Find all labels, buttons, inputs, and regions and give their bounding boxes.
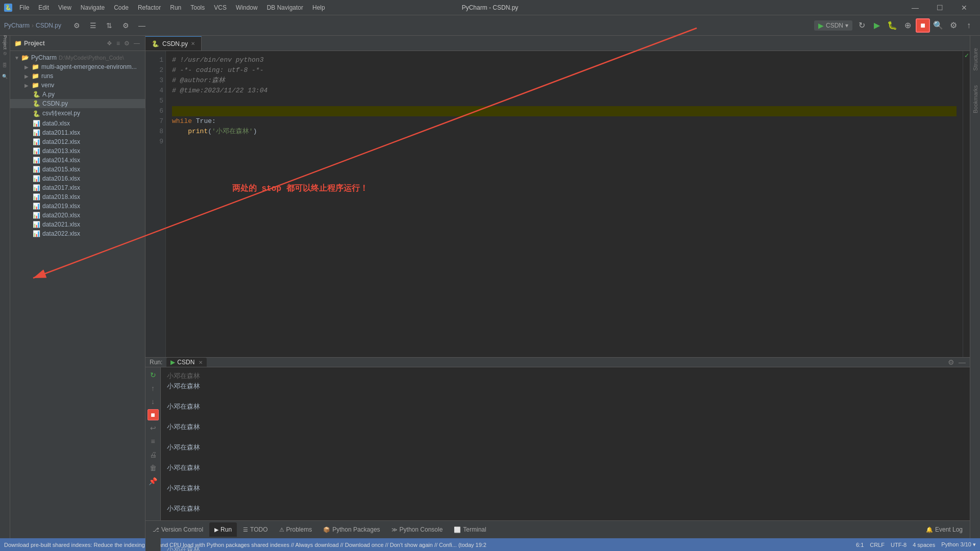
tree-item[interactable]: 📊data2021.xlsx bbox=[10, 220, 145, 229]
run-delete-icon[interactable]: 🗑 bbox=[148, 462, 159, 473]
reload-button[interactable]: ↻ bbox=[854, 18, 869, 33]
line-numbers: 12345 6789 bbox=[145, 51, 166, 357]
bottom-tab-version-control[interactable]: ⎇Version Control bbox=[148, 522, 208, 537]
sidebar-commit-icon[interactable]: ⊘ bbox=[1, 49, 10, 58]
debug-button[interactable]: 🐛 bbox=[885, 18, 899, 33]
tree-item[interactable]: 📊data2016.xlsx bbox=[10, 174, 145, 183]
run-rerun-icon[interactable]: ↩ bbox=[148, 422, 159, 434]
run-tab-close-icon[interactable]: ✕ bbox=[199, 360, 203, 365]
toolbar-sort-icon[interactable]: ⇅ bbox=[102, 18, 116, 33]
run-pin-icon[interactable]: 📌 bbox=[148, 475, 159, 487]
run-print-icon[interactable]: 🖨 bbox=[148, 449, 159, 460]
tree-item[interactable]: ▶📁runs bbox=[10, 71, 145, 81]
bottom-tab-terminal[interactable]: ⬜Terminal bbox=[449, 522, 491, 537]
run-panel-settings-icon[interactable]: ⚙ bbox=[948, 358, 954, 366]
run-config-name: CSDN bbox=[826, 22, 843, 29]
run-up-icon[interactable]: ↑ bbox=[148, 383, 159, 394]
settings-button[interactable]: ⚙ bbox=[946, 18, 961, 33]
project-close-icon[interactable]: — bbox=[133, 39, 141, 48]
tree-item[interactable]: 📊data2011.xlsx bbox=[10, 128, 145, 137]
sidebar-project-icon[interactable]: Project bbox=[1, 38, 10, 47]
menu-run[interactable]: Run bbox=[166, 3, 185, 12]
tree-root[interactable]: ▼ 📂 PyCharm D:\MyCode\Python_Code\ bbox=[10, 53, 145, 62]
tree-item[interactable]: 📊data2017.xlsx bbox=[10, 183, 145, 192]
tree-item[interactable]: 🐍csv转excel.py bbox=[10, 108, 145, 119]
menu-refactor[interactable]: Refactor bbox=[134, 3, 165, 12]
menu-view[interactable]: View bbox=[54, 3, 76, 12]
stop-button-toolbar[interactable]: ■ bbox=[916, 18, 930, 33]
minimize-button[interactable]: — bbox=[903, 0, 927, 15]
tree-item[interactable]: 🐍CSDN.py bbox=[10, 99, 145, 108]
tab-close-icon[interactable]: ✕ bbox=[191, 41, 195, 46]
project-sort-icon[interactable]: ⚙ bbox=[123, 39, 131, 48]
tree-item[interactable]: ▶📁multi-agent-emergence-environm... bbox=[10, 62, 145, 71]
menu-help[interactable]: Help bbox=[308, 3, 329, 12]
run-down-icon[interactable]: ↓ bbox=[148, 396, 159, 407]
tree-item[interactable]: 📊data2018.xlsx bbox=[10, 192, 145, 202]
tree-item[interactable]: 📊data2013.xlsx bbox=[10, 146, 145, 156]
bottom-tab-problems[interactable]: ⚠Problems bbox=[274, 522, 317, 537]
run-stop-icon[interactable]: ■ bbox=[148, 409, 159, 420]
bottom-tab-python-console[interactable]: ≫Python Console bbox=[386, 522, 448, 537]
tree-item[interactable]: 📊data0.xlsx bbox=[10, 119, 145, 128]
tree-item[interactable]: 📊data2022.xlsx bbox=[10, 229, 145, 238]
toolbar-minus-icon[interactable]: — bbox=[135, 18, 149, 33]
close-button[interactable]: ✕ bbox=[952, 0, 976, 15]
tree-items-container: ▶📁multi-agent-emergence-environm...▶📁run… bbox=[10, 62, 145, 238]
run-tab[interactable]: ▶ CSDN ✕ bbox=[166, 358, 207, 367]
project-folder-icon: 📁 bbox=[14, 40, 22, 47]
bottom-tab-icon: 📦 bbox=[323, 527, 330, 533]
maximize-button[interactable]: ☐ bbox=[928, 0, 951, 15]
coverage-button[interactable]: ⊕ bbox=[900, 18, 915, 33]
tree-item[interactable]: ▶📁venv bbox=[10, 81, 145, 90]
tree-item[interactable]: 📊data2020.xlsx bbox=[10, 211, 145, 220]
search-button[interactable]: 🔍 bbox=[931, 18, 945, 33]
bottom-tab-python-packages[interactable]: 📦Python Packages bbox=[318, 522, 385, 537]
menu-file[interactable]: File bbox=[15, 3, 33, 12]
project-collapse-icon[interactable]: ≡ bbox=[115, 39, 121, 48]
menu-tools[interactable]: Tools bbox=[186, 3, 209, 12]
run-config-selector[interactable]: ▶ CSDN ▾ bbox=[814, 20, 852, 31]
bottom-tab-event-log[interactable]: 🔔Event Log bbox=[921, 522, 968, 537]
code-line-3: # @author:森林 bbox=[172, 76, 957, 86]
toolbar-list-icon[interactable]: ☰ bbox=[86, 18, 100, 33]
tree-item[interactable]: 📊data2019.xlsx bbox=[10, 202, 145, 211]
run-button[interactable]: ▶ bbox=[870, 18, 884, 33]
tree-item[interactable]: 📊data2012.xlsx bbox=[10, 137, 145, 146]
git-push-button[interactable]: ↑ bbox=[962, 18, 976, 33]
code-content[interactable]: # !/usr/bin/env python3 # -*- coding: ut… bbox=[166, 51, 963, 357]
bottom-tab-icon: ≫ bbox=[391, 527, 398, 533]
structure-label[interactable]: Structure bbox=[971, 46, 979, 73]
menu-vcs[interactable]: VCS bbox=[210, 3, 231, 12]
run-restart-icon[interactable]: ↻ bbox=[148, 369, 159, 381]
menu-navigate[interactable]: Navigate bbox=[77, 3, 109, 12]
tree-item[interactable]: 📊data2014.xlsx bbox=[10, 156, 145, 165]
run-panel-minimize-icon[interactable]: — bbox=[959, 358, 966, 366]
main-area: 🐍 CSDN.py ✕ 12345 6789 # !/usr/bin/env p… bbox=[145, 36, 970, 538]
run-list-icon[interactable]: ≡ bbox=[148, 436, 159, 447]
menu-window[interactable]: Window bbox=[232, 3, 262, 12]
sidebar-db-icon[interactable]: 🗄 bbox=[1, 60, 10, 69]
tree-root-path: D:\MyCode\Python_Code\ bbox=[59, 55, 124, 61]
bottom-tab-run[interactable]: ▶Run bbox=[209, 522, 237, 537]
menu-code[interactable]: Code bbox=[110, 3, 133, 12]
sidebar-search-icon[interactable]: 🔍 bbox=[1, 71, 10, 81]
tree-item[interactable]: 🐍A.py bbox=[10, 90, 145, 99]
bookmarks-label[interactable]: Bookmarks bbox=[971, 83, 979, 115]
project-expand-icon[interactable]: ❖ bbox=[106, 39, 113, 48]
editor-tabs: 🐍 CSDN.py ✕ bbox=[145, 36, 970, 51]
toolbar-settings-icon[interactable]: ⚙ bbox=[118, 18, 133, 33]
run-tab-name: CSDN bbox=[177, 359, 194, 366]
title-bar: 🐍 File Edit View Navigate Code Refactor … bbox=[0, 0, 980, 15]
bottom-tab-icon: ⎇ bbox=[153, 527, 159, 533]
toolbar-gear-icon[interactable]: ⚙ bbox=[69, 18, 84, 33]
menu-db-navigator[interactable]: DB Navigator bbox=[263, 3, 307, 12]
editor-tab-csdn[interactable]: 🐍 CSDN.py ✕ bbox=[145, 36, 202, 51]
tree-item[interactable]: 📊data2015.xlsx bbox=[10, 165, 145, 174]
menu-edit[interactable]: Edit bbox=[34, 3, 53, 12]
output-line-3: 小邓在森林 bbox=[167, 443, 964, 453]
output-line-4: 小邓在森林 bbox=[167, 463, 964, 473]
breadcrumb-file[interactable]: CSDN.py bbox=[36, 22, 61, 29]
breadcrumb-pycharm[interactable]: PyCharm bbox=[4, 22, 30, 29]
bottom-tab-todo[interactable]: ☰TODO bbox=[238, 522, 273, 537]
